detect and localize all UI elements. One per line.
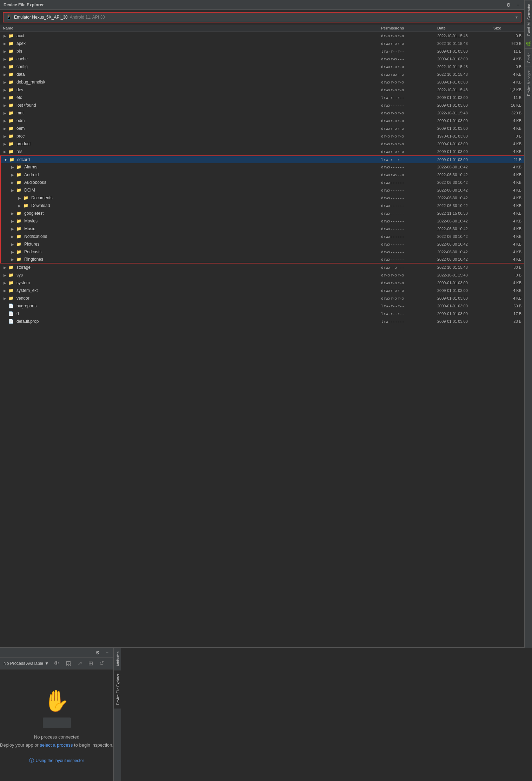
- expand-arrow[interactable]: ▶: [11, 219, 15, 223]
- table-row[interactable]: ▶📁cachedrwxrwx---2009-01-01 03:004 KB: [0, 55, 524, 63]
- date-cell: 2009-01-01 03:00: [437, 319, 493, 323]
- expand-arrow[interactable]: ▶: [3, 88, 7, 92]
- table-row[interactable]: 📄dlrw-r--r--2009-01-01 03:0017 B: [0, 310, 524, 318]
- table-row[interactable]: ▶📁Androiddrwxrws--x2022-06-30 10:424 KB: [0, 171, 524, 179]
- table-row[interactable]: ▶📁DCIMdrwx------2022-06-30 10:424 KB: [0, 186, 524, 194]
- device-selector[interactable]: 📱 Emulator Nexus_5X_API_30 Android 11, A…: [3, 12, 521, 22]
- expand-arrow[interactable]: ▶: [3, 104, 7, 107]
- settings-button[interactable]: ⚙: [505, 1, 512, 8]
- table-row[interactable]: ▶📁system_extdrwxr-xr-x2009-01-01 03:004 …: [0, 287, 524, 294]
- device-api: Android 11, API 30: [70, 15, 105, 20]
- table-row[interactable]: ▶📁configdrwxr-xr-x2022-10-01 15:480 B: [0, 63, 524, 71]
- expand-arrow[interactable]: ▶: [3, 142, 7, 146]
- table-row[interactable]: ▶📁acctdr-xr-xr-x2022-10-01 15:480 B: [0, 32, 524, 40]
- layout-inspector-help-link[interactable]: ⓘ Using the layout inspector: [29, 757, 84, 764]
- table-row[interactable]: ▶📁binlrw-r--r--2009-01-01 03:0011 B: [0, 47, 524, 55]
- expand-arrow[interactable]: ▶: [3, 273, 7, 277]
- expand-arrow[interactable]: ▶: [11, 188, 15, 192]
- table-row[interactable]: ▶📁storagedrwx--x---2022-10-01 15:4880 B: [0, 263, 524, 271]
- expand-arrow[interactable]: ▶: [11, 173, 15, 177]
- table-row[interactable]: ▶📁Downloaddrwx------2022-06-30 10:424 KB: [0, 202, 524, 209]
- table-row[interactable]: ▶📁etclrw-r--r--2009-01-01 03:0011 B: [0, 94, 524, 101]
- table-row[interactable]: ▼📁sdcardlrw-r--r--2009-01-01 03:0021 B: [0, 155, 524, 163]
- expand-arrow[interactable]: ▼: [4, 158, 8, 162]
- tab-plantuml-icon[interactable]: 🌿: [525, 39, 532, 49]
- size-cell: 4 KB: [493, 250, 521, 254]
- tab-device-file-explorer[interactable]: Device File Explorer: [114, 670, 121, 708]
- table-row[interactable]: ▶📁apexdrwxr-xr-x2022-10-01 15:48920 B: [0, 40, 524, 47]
- expand-arrow[interactable]: ▶: [3, 96, 7, 100]
- table-row[interactable]: ▶📁mntdrwxr-xr-x2022-10-01 15:48320 B: [0, 109, 524, 117]
- expand-arrow[interactable]: ▶: [3, 49, 7, 53]
- table-row[interactable]: ▶📁resdrwxr-xr-x2009-01-01 03:004 KB: [0, 148, 524, 155]
- expand-arrow[interactable]: ▶: [11, 181, 15, 185]
- date-cell: 2022-10-01 15:48: [437, 72, 493, 76]
- table-row[interactable]: ▶📁sysdr-xr-xr-x2022-10-01 15:480 B: [0, 271, 524, 279]
- table-row[interactable]: ▶📁Moviesdrwx------2022-06-30 10:424 KB: [0, 217, 524, 225]
- expand-arrow[interactable]: ▶: [11, 250, 15, 254]
- expand-arrow[interactable]: ▶: [11, 165, 15, 169]
- expand-arrow[interactable]: ▶: [3, 150, 7, 154]
- table-row[interactable]: ▶📁lost+founddrwx------2009-01-01 03:0016…: [0, 101, 524, 109]
- table-row[interactable]: ▶📁Musicdrwx------2022-06-30 10:424 KB: [0, 225, 524, 233]
- table-row[interactable]: ▶📁vendordrwxr-xr-x2009-01-01 03:004 KB: [0, 294, 524, 302]
- expand-arrow[interactable]: ▶: [3, 281, 7, 285]
- table-row[interactable]: ▶📁productdrwxr-xr-x2009-01-01 03:004 KB: [0, 140, 524, 148]
- table-row[interactable]: ▶📁systemdrwxr-xr-x2009-01-01 03:004 KB: [0, 279, 524, 287]
- tab-attributes[interactable]: Attributes: [114, 648, 121, 670]
- table-row[interactable]: ▶📁Documentsdrwx------2022-06-30 10:424 K…: [0, 194, 524, 202]
- table-row[interactable]: ▶📁procdr-xr-xr-x1970-01-01 03:000 B: [0, 132, 524, 140]
- select-process-link[interactable]: select a process: [40, 742, 73, 748]
- refresh-tool-button[interactable]: ↺: [98, 659, 105, 667]
- minimize-button[interactable]: −: [515, 1, 521, 8]
- expand-arrow[interactable]: ▶: [18, 196, 22, 200]
- process-selector[interactable]: No Process Available ▼: [4, 661, 49, 666]
- expand-arrow[interactable]: ▶: [3, 266, 7, 269]
- layout-tool-button[interactable]: ⊞: [87, 659, 94, 667]
- tab-gradle[interactable]: Gradle: [525, 49, 532, 67]
- expand-arrow[interactable]: ▶: [3, 65, 7, 69]
- bottom-minimize-button[interactable]: −: [104, 649, 110, 656]
- bottom-settings-button[interactable]: ⚙: [94, 649, 101, 656]
- expand-arrow[interactable]: ▶: [3, 296, 7, 300]
- export-tool-button[interactable]: ↗: [76, 659, 84, 667]
- expand-arrow[interactable]: ▶: [3, 134, 7, 138]
- expand-arrow[interactable]: ▶: [18, 204, 22, 208]
- expand-arrow[interactable]: ▶: [11, 212, 15, 215]
- expand-arrow[interactable]: ▶: [11, 242, 15, 246]
- table-row[interactable]: ▶📁Notificationsdrwx------2022-06-30 10:4…: [0, 233, 524, 240]
- table-row[interactable]: ▶📁odmdrwxr-xr-x2009-01-01 03:004 KB: [0, 117, 524, 125]
- expand-arrow[interactable]: ▶: [3, 119, 7, 123]
- expand-arrow[interactable]: ▶: [3, 73, 7, 76]
- table-row[interactable]: ▶📁googletestdrwx------2022-11-15 00:304 …: [0, 209, 524, 217]
- table-row[interactable]: ▶📁debug_ramdiskdrwxr-xr-x2009-01-01 03:0…: [0, 78, 524, 86]
- expand-arrow[interactable]: ▶: [3, 34, 7, 38]
- table-row[interactable]: ▶📁datadrwxrwx--x2022-10-01 15:484 KB: [0, 71, 524, 78]
- file-name: Notifications: [24, 234, 47, 239]
- table-row[interactable]: ▶📁Picturesdrwx------2022-06-30 10:424 KB: [0, 240, 524, 248]
- tab-plantuml[interactable]: PlantUML Generator: [525, 0, 532, 39]
- expand-arrow[interactable]: ▶: [11, 258, 15, 261]
- table-row[interactable]: ▶📁Ringtonesdrwx------2022-06-30 10:424 K…: [0, 256, 524, 263]
- screenshot-tool-button[interactable]: 🖼: [64, 660, 73, 667]
- table-row[interactable]: 📄bugreportslrw-r--r--2009-01-01 03:0050 …: [0, 302, 524, 310]
- expand-arrow[interactable]: ▶: [3, 127, 7, 131]
- size-cell: 4 KB: [493, 196, 521, 200]
- expand-arrow[interactable]: ▶: [3, 42, 7, 46]
- expand-arrow[interactable]: ▶: [3, 111, 7, 115]
- expand-arrow[interactable]: ▶: [3, 80, 7, 84]
- table-row[interactable]: 📄default.proplrw-------2009-01-01 03:002…: [0, 318, 524, 325]
- folder-icon: 📁: [16, 257, 21, 262]
- eye-tool-button[interactable]: 👁: [52, 660, 61, 667]
- expand-arrow[interactable]: ▶: [3, 57, 7, 61]
- tab-device-manager[interactable]: Device Manager: [525, 67, 532, 100]
- table-row[interactable]: ▶📁Alarmsdrwx------2022-06-30 10:424 KB: [0, 163, 524, 171]
- table-row[interactable]: ▶📁oemdrwxr-xr-x2009-01-01 03:004 KB: [0, 125, 524, 132]
- table-row[interactable]: ▶📁devdrwxr-xr-x2022-10-01 15:481,3 KB: [0, 86, 524, 94]
- table-row[interactable]: ▶📁Podcastsdrwx------2022-06-30 10:424 KB: [0, 248, 524, 256]
- table-row[interactable]: ▶📁Audiobooksdrwx------2022-06-30 10:424 …: [0, 179, 524, 186]
- expand-arrow[interactable]: ▶: [11, 235, 15, 239]
- expand-arrow[interactable]: ▶: [11, 227, 15, 231]
- expand-arrow[interactable]: ▶: [3, 289, 7, 293]
- size-cell: 16 KB: [493, 103, 521, 107]
